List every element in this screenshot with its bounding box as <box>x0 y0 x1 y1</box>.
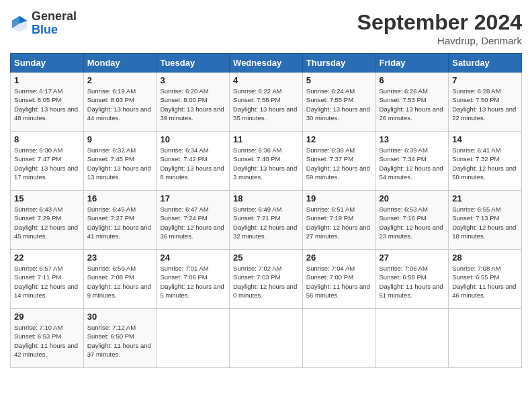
cell-details: Sunrise: 6:20 AMSunset: 8:00 PMDaylight:… <box>160 87 224 122</box>
calendar-cell: 13 Sunrise: 6:39 AMSunset: 7:34 PMDaylig… <box>375 132 449 191</box>
day-number: 11 <box>233 134 299 144</box>
calendar-cell: 14 Sunrise: 6:41 AMSunset: 7:32 PMDaylig… <box>449 132 522 191</box>
day-number: 16 <box>87 193 153 203</box>
cell-details: Sunrise: 6:26 AMSunset: 7:53 PMDaylight:… <box>380 87 443 122</box>
calendar-cell: 4 Sunrise: 6:22 AMSunset: 7:58 PMDayligh… <box>230 73 303 132</box>
page-header: General Blue September 2024 Havdrup, Den… <box>10 10 522 46</box>
cell-details: Sunrise: 7:02 AMSunset: 7:03 PMDaylight:… <box>233 265 297 299</box>
cell-details: Sunrise: 6:43 AMSunset: 7:29 PMDaylight:… <box>14 205 78 240</box>
day-number: 24 <box>160 253 226 263</box>
calendar-cell: 1 Sunrise: 6:17 AMSunset: 8:05 PMDayligh… <box>11 73 84 132</box>
header-day-sunday: Sunday <box>11 54 84 73</box>
calendar-cell: 27 Sunrise: 7:06 AMSunset: 6:58 PMDaylig… <box>375 250 449 309</box>
cell-details: Sunrise: 6:38 AMSunset: 7:37 PMDaylight:… <box>306 146 370 181</box>
calendar-cell: 6 Sunrise: 6:26 AMSunset: 7:53 PMDayligh… <box>375 73 449 132</box>
day-number: 8 <box>14 134 80 144</box>
calendar-cell <box>157 309 230 368</box>
calendar-cell: 20 Sunrise: 6:53 AMSunset: 7:16 PMDaylig… <box>375 191 449 250</box>
calendar-week-row: 15 Sunrise: 6:43 AMSunset: 7:29 PMDaylig… <box>11 191 522 250</box>
day-number: 5 <box>306 75 372 85</box>
location: Havdrup, Denmark <box>357 35 522 46</box>
day-number: 12 <box>306 134 372 144</box>
cell-details: Sunrise: 6:28 AMSunset: 7:50 PMDaylight:… <box>452 87 516 122</box>
cell-details: Sunrise: 7:10 AMSunset: 6:53 PMDaylight:… <box>14 324 78 358</box>
logo-text: General Blue <box>32 10 77 37</box>
day-number: 9 <box>87 134 153 144</box>
calendar-cell: 15 Sunrise: 6:43 AMSunset: 7:29 PMDaylig… <box>11 191 84 250</box>
day-number: 2 <box>87 75 153 85</box>
cell-details: Sunrise: 7:08 AMSunset: 6:55 PMDaylight:… <box>452 265 516 299</box>
header-day-saturday: Saturday <box>449 54 522 73</box>
day-number: 10 <box>160 134 226 144</box>
calendar-week-row: 8 Sunrise: 6:30 AMSunset: 7:47 PMDayligh… <box>11 132 522 191</box>
cell-details: Sunrise: 6:45 AMSunset: 7:27 PMDaylight:… <box>87 205 151 240</box>
day-number: 29 <box>14 312 80 322</box>
calendar-cell: 18 Sunrise: 6:49 AMSunset: 7:21 PMDaylig… <box>230 191 303 250</box>
day-number: 28 <box>452 253 518 263</box>
calendar-cell: 2 Sunrise: 6:19 AMSunset: 8:03 PMDayligh… <box>83 73 157 132</box>
day-number: 18 <box>233 193 299 203</box>
calendar-cell: 3 Sunrise: 6:20 AMSunset: 8:00 PMDayligh… <box>157 73 230 132</box>
cell-details: Sunrise: 6:47 AMSunset: 7:24 PMDaylight:… <box>160 205 224 240</box>
day-number: 30 <box>87 312 153 322</box>
day-number: 25 <box>233 253 299 263</box>
calendar-cell: 26 Sunrise: 7:04 AMSunset: 7:00 PMDaylig… <box>302 250 375 309</box>
calendar-cell: 12 Sunrise: 6:38 AMSunset: 7:37 PMDaylig… <box>302 132 375 191</box>
cell-details: Sunrise: 6:36 AMSunset: 7:40 PMDaylight:… <box>233 146 297 181</box>
day-number: 3 <box>160 75 226 85</box>
cell-details: Sunrise: 7:12 AMSunset: 6:50 PMDaylight:… <box>87 324 151 358</box>
header-day-monday: Monday <box>83 54 157 73</box>
day-number: 15 <box>14 193 80 203</box>
cell-details: Sunrise: 6:53 AMSunset: 7:16 PMDaylight:… <box>380 205 443 240</box>
calendar-cell: 22 Sunrise: 6:57 AMSunset: 7:11 PMDaylig… <box>11 250 84 309</box>
calendar-cell: 5 Sunrise: 6:24 AMSunset: 7:55 PMDayligh… <box>302 73 375 132</box>
cell-details: Sunrise: 6:39 AMSunset: 7:34 PMDaylight:… <box>380 146 443 181</box>
cell-details: Sunrise: 6:41 AMSunset: 7:32 PMDaylight:… <box>452 146 516 181</box>
day-number: 4 <box>233 75 299 85</box>
day-number: 22 <box>14 253 80 263</box>
cell-details: Sunrise: 6:55 AMSunset: 7:13 PMDaylight:… <box>452 205 516 240</box>
calendar-cell: 8 Sunrise: 6:30 AMSunset: 7:47 PMDayligh… <box>11 132 84 191</box>
calendar-cell: 7 Sunrise: 6:28 AMSunset: 7:50 PMDayligh… <box>449 73 522 132</box>
calendar-cell: 11 Sunrise: 6:36 AMSunset: 7:40 PMDaylig… <box>230 132 303 191</box>
calendar-cell <box>375 309 449 368</box>
logo-icon <box>10 14 29 33</box>
calendar-cell: 30 Sunrise: 7:12 AMSunset: 6:50 PMDaylig… <box>83 309 157 368</box>
cell-details: Sunrise: 7:01 AMSunset: 7:06 PMDaylight:… <box>160 265 224 299</box>
calendar-cell: 16 Sunrise: 6:45 AMSunset: 7:27 PMDaylig… <box>83 191 157 250</box>
month-title: September 2024 <box>357 10 522 35</box>
day-number: 21 <box>452 193 518 203</box>
cell-details: Sunrise: 6:59 AMSunset: 7:08 PMDaylight:… <box>87 265 151 299</box>
title-block: September 2024 Havdrup, Denmark <box>357 10 522 46</box>
day-number: 14 <box>452 134 518 144</box>
calendar-cell: 24 Sunrise: 7:01 AMSunset: 7:06 PMDaylig… <box>157 250 230 309</box>
calendar-cell: 23 Sunrise: 6:59 AMSunset: 7:08 PMDaylig… <box>83 250 157 309</box>
calendar-cell: 10 Sunrise: 6:34 AMSunset: 7:42 PMDaylig… <box>157 132 230 191</box>
cell-details: Sunrise: 6:32 AMSunset: 7:45 PMDaylight:… <box>87 146 151 181</box>
cell-details: Sunrise: 6:17 AMSunset: 8:05 PMDaylight:… <box>14 87 78 122</box>
cell-details: Sunrise: 6:22 AMSunset: 7:58 PMDaylight:… <box>233 87 297 122</box>
calendar-cell: 28 Sunrise: 7:08 AMSunset: 6:55 PMDaylig… <box>449 250 522 309</box>
day-number: 13 <box>380 134 445 144</box>
header-day-friday: Friday <box>375 54 449 73</box>
calendar-header-row: SundayMondayTuesdayWednesdayThursdayFrid… <box>11 54 522 73</box>
calendar-cell: 17 Sunrise: 6:47 AMSunset: 7:24 PMDaylig… <box>157 191 230 250</box>
calendar-table: SundayMondayTuesdayWednesdayThursdayFrid… <box>10 53 522 368</box>
logo: General Blue <box>10 10 77 37</box>
cell-details: Sunrise: 6:51 AMSunset: 7:19 PMDaylight:… <box>306 205 370 240</box>
calendar-cell <box>302 309 375 368</box>
day-number: 17 <box>160 193 226 203</box>
day-number: 19 <box>306 193 372 203</box>
calendar-cell <box>449 309 522 368</box>
header-day-tuesday: Tuesday <box>157 54 230 73</box>
cell-details: Sunrise: 6:49 AMSunset: 7:21 PMDaylight:… <box>233 205 297 240</box>
cell-details: Sunrise: 6:19 AMSunset: 8:03 PMDaylight:… <box>87 87 151 122</box>
calendar-cell: 25 Sunrise: 7:02 AMSunset: 7:03 PMDaylig… <box>230 250 303 309</box>
header-day-wednesday: Wednesday <box>230 54 303 73</box>
cell-details: Sunrise: 7:06 AMSunset: 6:58 PMDaylight:… <box>380 265 443 299</box>
day-number: 20 <box>380 193 445 203</box>
calendar-body: 1 Sunrise: 6:17 AMSunset: 8:05 PMDayligh… <box>11 73 522 368</box>
cell-details: Sunrise: 6:24 AMSunset: 7:55 PMDaylight:… <box>306 87 370 122</box>
cell-details: Sunrise: 6:34 AMSunset: 7:42 PMDaylight:… <box>160 146 224 181</box>
cell-details: Sunrise: 7:04 AMSunset: 7:00 PMDaylight:… <box>306 265 370 299</box>
